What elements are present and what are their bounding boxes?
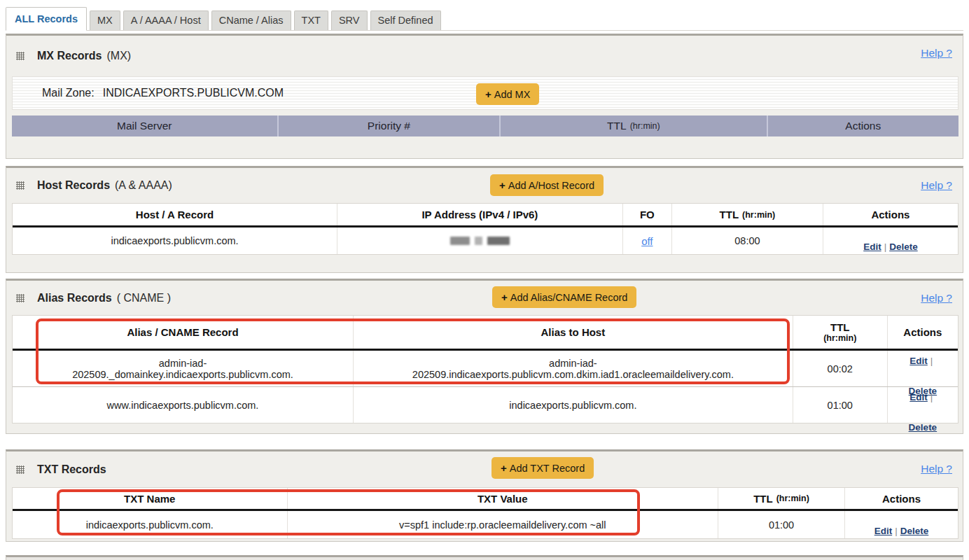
mail-zone-strip: Mail Zone: INDICAEXPORTS.PUBLICVM.COM +A… bbox=[12, 76, 958, 110]
mail-zone-label: Mail Zone: bbox=[42, 87, 95, 99]
plus-icon: + bbox=[499, 179, 506, 191]
host-section-header: Host Records (A & AAAA) +Add A/Host Reco… bbox=[6, 168, 963, 203]
dns-records-page: ALL Records MX A / AAAA / Host CName / A… bbox=[0, 0, 969, 560]
action-separator: | bbox=[884, 241, 887, 252]
action-separator: | bbox=[930, 392, 933, 402]
plus-icon: + bbox=[501, 291, 508, 303]
host-section-title: Host Records bbox=[37, 179, 110, 192]
record-type-tabbar: ALL Records MX A / AAAA / Host CName / A… bbox=[6, 6, 963, 31]
mx-table-header: Mail Server Priority # TTL(hr:min) Actio… bbox=[12, 115, 958, 136]
txt-records-table: TXT Name TXT Value TTL(hr:min) Actions i… bbox=[12, 487, 958, 539]
host-record-name: indicaexports.publicvm.com. bbox=[13, 227, 337, 254]
drag-handle-icon[interactable] bbox=[16, 52, 25, 60]
next-section-peek bbox=[6, 555, 963, 560]
alias-table-row: admin-iad- 202509._domainkey.indicaexpor… bbox=[13, 351, 958, 386]
mx-section-header: MX Records (MX) Help ? bbox=[6, 36, 963, 76]
alias-record-target: indicaexports.publicvm.com. bbox=[353, 387, 793, 423]
add-mx-button[interactable]: +Add MX bbox=[476, 83, 539, 105]
alias-col-host: Alias to Host bbox=[353, 316, 793, 349]
alias-record-actions: Edit| Delete bbox=[887, 387, 958, 423]
tab-all-records[interactable]: ALL Records bbox=[6, 7, 87, 31]
host-record-ttl: 08:00 bbox=[671, 227, 823, 254]
alias-records-table: Alias / CNAME Record Alias to Host TTL(h… bbox=[12, 315, 958, 424]
edit-link[interactable]: Edit bbox=[874, 526, 893, 536]
tab-cname-alias[interactable]: CName / Alias bbox=[211, 10, 291, 30]
edit-link[interactable]: Edit bbox=[863, 241, 881, 252]
edit-link[interactable]: Edit bbox=[909, 356, 928, 366]
action-separator: | bbox=[930, 356, 933, 366]
tab-srv[interactable]: SRV bbox=[331, 10, 368, 30]
host-section-subtitle: (A & AAAA) bbox=[115, 179, 172, 192]
delete-link[interactable]: Delete bbox=[900, 526, 929, 536]
txt-record-actions: Edit|Delete bbox=[844, 511, 958, 538]
add-alias-record-button[interactable]: +Add Alias/CNAME Record bbox=[492, 286, 636, 308]
action-separator: | bbox=[895, 526, 898, 536]
host-col-actions: Actions bbox=[823, 204, 958, 225]
alias-section-header: Alias Records ( CNAME ) +Add Alias/CNAME… bbox=[6, 281, 963, 315]
mx-col-mail-server: Mail Server bbox=[12, 115, 277, 136]
alias-col-ttl: TTL(hr:min) bbox=[793, 316, 887, 349]
txt-col-value: TXT Value bbox=[287, 488, 718, 509]
txt-section-header: TXT Records +Add TXT Record Help ? bbox=[6, 451, 963, 487]
drag-handle-icon[interactable] bbox=[16, 181, 25, 190]
txt-col-actions: Actions bbox=[844, 488, 958, 509]
alias-record-name: admin-iad- 202509._domainkey.indicaexpor… bbox=[13, 351, 353, 386]
plus-icon: + bbox=[485, 88, 492, 100]
edit-link[interactable]: Edit bbox=[909, 392, 928, 402]
txt-record-ttl: 01:00 bbox=[718, 511, 844, 538]
mx-col-actions: Actions bbox=[767, 115, 958, 136]
host-record-ip bbox=[337, 227, 622, 254]
txt-record-value: v=spf1 include:rp.oracleemaildelivery.co… bbox=[287, 511, 718, 538]
plus-icon: + bbox=[501, 462, 507, 474]
mx-help-link[interactable]: Help ? bbox=[921, 47, 952, 59]
host-table-row: indicaexports.publicvm.com. off 08:00 Ed… bbox=[13, 227, 958, 254]
tab-self-defined[interactable]: Self Defined bbox=[370, 10, 441, 30]
txt-table-header: TXT Name TXT Value TTL(hr:min) Actions bbox=[13, 488, 958, 511]
host-col-ip: IP Address (IPv4 / IPv6) bbox=[337, 204, 622, 225]
host-help-link[interactable]: Help ? bbox=[921, 179, 952, 192]
alias-section-subtitle: ( CNAME ) bbox=[117, 292, 171, 304]
add-host-record-button[interactable]: +Add A/Host Record bbox=[490, 174, 604, 196]
host-record-fo: off bbox=[622, 227, 671, 254]
alias-table-row: www.indicaexports.publicvm.com. indicaex… bbox=[13, 386, 958, 423]
mx-col-priority: Priority # bbox=[277, 115, 500, 136]
txt-col-name: TXT Name bbox=[13, 488, 287, 509]
txt-section-title: TXT Records bbox=[37, 463, 106, 476]
redacted-ip bbox=[450, 237, 510, 245]
host-col-fo: FO bbox=[622, 204, 671, 225]
mx-records-section: MX Records (MX) Help ? Mail Zone: INDICA… bbox=[6, 34, 963, 159]
alias-col-alias: Alias / CNAME Record bbox=[13, 316, 353, 349]
alias-record-ttl: 01:00 bbox=[793, 387, 887, 423]
tab-a-aaaa-host[interactable]: A / AAAA / Host bbox=[123, 10, 209, 30]
host-table-header: Host / A Record IP Address (IPv4 / IPv6)… bbox=[13, 204, 958, 227]
drag-handle-icon[interactable] bbox=[16, 294, 25, 302]
txt-record-name: indicaexports.publicvm.com. bbox=[13, 511, 287, 538]
add-txt-record-button[interactable]: +Add TXT Record bbox=[492, 457, 594, 479]
mx-col-ttl: TTL(hr:min) bbox=[499, 115, 766, 136]
alias-record-ttl: 00:02 bbox=[793, 351, 887, 386]
host-records-section: Host Records (A & AAAA) +Add A/Host Reco… bbox=[6, 166, 963, 273]
mail-zone-value: INDICAEXPORTS.PUBLICVM.COM bbox=[103, 87, 284, 99]
tab-txt[interactable]: TXT bbox=[294, 10, 328, 30]
fo-off-link[interactable]: off bbox=[641, 235, 653, 247]
host-record-actions: Edit|Delete bbox=[823, 227, 958, 254]
alias-section-title: Alias Records bbox=[37, 292, 112, 304]
txt-col-ttl: TTL(hr:min) bbox=[718, 488, 844, 509]
alias-records-section: Alias Records ( CNAME ) +Add Alias/CNAME… bbox=[6, 279, 963, 434]
alias-help-link[interactable]: Help ? bbox=[921, 292, 952, 304]
delete-link[interactable]: Delete bbox=[889, 241, 918, 252]
txt-help-link[interactable]: Help ? bbox=[921, 463, 952, 475]
mx-section-subtitle: (MX) bbox=[106, 50, 131, 62]
alias-table-header: Alias / CNAME Record Alias to Host TTL(h… bbox=[13, 316, 958, 351]
mx-section-title: MX Records bbox=[37, 50, 102, 62]
tab-mx[interactable]: MX bbox=[90, 10, 120, 30]
txt-table-row: indicaexports.publicvm.com. v=spf1 inclu… bbox=[13, 511, 958, 538]
txt-records-section: TXT Records +Add TXT Record Help ? TXT N… bbox=[6, 449, 963, 542]
delete-link[interactable]: Delete bbox=[909, 422, 937, 433]
drag-handle-icon[interactable] bbox=[16, 465, 25, 474]
alias-record-target: admin-iad- 202509.indicaexports.publicvm… bbox=[353, 351, 793, 386]
host-col-host: Host / A Record bbox=[13, 204, 337, 225]
host-col-ttl: TTL(hr:min) bbox=[671, 204, 823, 225]
host-records-table: Host / A Record IP Address (IPv4 / IPv6)… bbox=[12, 203, 958, 255]
alias-record-name: www.indicaexports.publicvm.com. bbox=[13, 387, 353, 423]
